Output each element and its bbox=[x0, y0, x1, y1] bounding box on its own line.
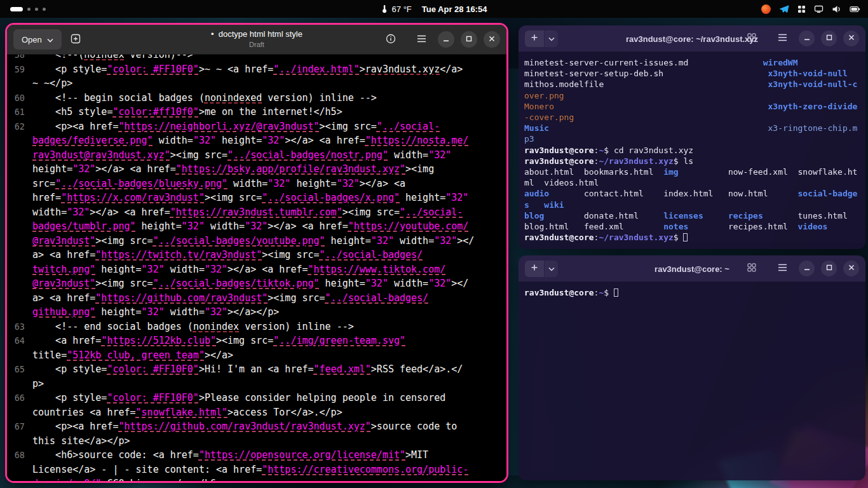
new-tab-button[interactable] bbox=[65, 29, 86, 50]
network-icon[interactable] bbox=[814, 5, 824, 13]
terminal-line: ml videos.html bbox=[524, 177, 860, 188]
tiles-button[interactable] bbox=[742, 259, 762, 279]
terminal-top-output[interactable]: minetest-server-current-issues.md wiredW… bbox=[519, 52, 865, 249]
code-line: title="512kb club, green team"></a> bbox=[7, 348, 506, 363]
system-tray bbox=[761, 0, 860, 18]
terminal-top-title: rav3ndust@core: ~/rav3ndust.xyz bbox=[626, 34, 758, 43]
terminal-line: -cover.png bbox=[524, 112, 860, 123]
clock-label: Tue Apr 28 16:54 bbox=[422, 4, 487, 14]
terminal-bottom-title: rav3ndust@core: ~ bbox=[654, 264, 729, 273]
new-tab-icon bbox=[71, 34, 81, 46]
terminal-line: Monero x3nyth-zero-divide bbox=[524, 101, 860, 112]
battery-icon[interactable] bbox=[850, 6, 860, 13]
code-line: @rav3ndust"><img src="../social-badges/t… bbox=[7, 276, 506, 291]
new-terminal-tab-button[interactable] bbox=[525, 30, 544, 47]
terminal-bottom-output[interactable]: rav3ndust@core:~$ bbox=[519, 282, 865, 480]
terminal-bottom-headerbar[interactable]: rav3ndust@core: ~ bbox=[519, 255, 865, 282]
code-line: github.png" height="32" width="32"></a><… bbox=[7, 305, 506, 320]
maximize-icon bbox=[825, 34, 833, 43]
code-line: 62 <p><a href="https://neighborli.xyz/@r… bbox=[7, 119, 506, 134]
open-button[interactable]: Open bbox=[13, 29, 62, 50]
tiles-icon bbox=[747, 263, 756, 274]
new-terminal-tab-button[interactable] bbox=[525, 261, 544, 277]
hamburger-menu-icon bbox=[417, 35, 426, 44]
document-title: doctype html html style bbox=[219, 29, 302, 40]
code-line: a> <a href="https://github.com/rav3ndust… bbox=[7, 291, 506, 306]
workspace-dot-icon bbox=[35, 8, 38, 11]
workspace-pill-icon bbox=[10, 7, 23, 11]
maximize-icon bbox=[825, 264, 833, 273]
terminal-cursor bbox=[683, 233, 688, 241]
code-line: width="32"></a> <a href="https://rav3ndu… bbox=[7, 205, 506, 220]
close-icon bbox=[848, 264, 855, 273]
terminal-window-bottom: rav3ndust@core: ~ bbox=[519, 255, 865, 480]
chevron-down-icon bbox=[548, 264, 555, 273]
code-line: License</a> - | - site content: <a href=… bbox=[7, 463, 506, 477]
code-line: 60 <!-- begin social badges (nonindexed … bbox=[7, 91, 506, 105]
code-line: 61 <h5 style="color:#ff10f0">me on the i… bbox=[7, 105, 506, 119]
clock-menu[interactable]: 67 °F Tue Apr 28 16:54 bbox=[381, 0, 487, 18]
maximize-button[interactable] bbox=[821, 261, 837, 276]
code-line: 68 <h6>source code: <a href="https://ope… bbox=[7, 448, 506, 463]
close-button[interactable] bbox=[843, 261, 859, 276]
code-line: 67 <p><a href="https://github.com/rav3nd… bbox=[7, 419, 506, 434]
terminal-line: mithos.modelfile x3nyth-void-null-c bbox=[524, 79, 860, 90]
terminal-menu-button[interactable] bbox=[772, 29, 792, 49]
maximize-button[interactable] bbox=[461, 31, 477, 48]
minimize-icon bbox=[803, 264, 811, 273]
app-grid-icon[interactable] bbox=[797, 5, 806, 13]
terminal-line: audio contact.html index.html now.html s… bbox=[524, 188, 860, 199]
code-line: 64 <a href="https://512kb.club"><img src… bbox=[7, 334, 506, 348]
terminal-line: about.html bookmarks.html img now-feed.x… bbox=[524, 166, 860, 177]
terminal-tab-chevron-button[interactable] bbox=[545, 30, 558, 47]
editor-text-area[interactable]: 58 <!--(noindex version)-->59 <p style="… bbox=[7, 55, 506, 481]
text-editor-headerbar[interactable]: Open • doctype html html style Draft bbox=[7, 25, 506, 55]
terminal-line: p3 bbox=[524, 133, 860, 144]
terminal-window-top: rav3ndust@core: ~/rav3ndust.xyz bbox=[519, 25, 865, 249]
chevron-down-icon bbox=[548, 34, 555, 43]
workspace-indicator[interactable] bbox=[10, 0, 46, 18]
minimize-button[interactable] bbox=[799, 30, 815, 46]
terminal-line: rav3ndust@core:~$ bbox=[524, 287, 860, 298]
terminal-line: over.png bbox=[524, 90, 860, 101]
terminal-line: rav3ndust@core:~$ cd rav3ndust.xyz bbox=[524, 145, 860, 156]
close-button[interactable] bbox=[484, 31, 500, 48]
terminal-line: rav3ndust@core:~/rav3ndust.xyz$ bbox=[524, 232, 860, 243]
terminal-line: minetest-server-setup-deb.sh x3nyth-void… bbox=[524, 68, 860, 79]
minimize-button[interactable] bbox=[438, 31, 454, 48]
close-icon bbox=[488, 35, 496, 44]
terminal-tab-chevron-button[interactable] bbox=[545, 261, 558, 277]
main-menu-button[interactable] bbox=[411, 29, 431, 50]
chevron-down-icon bbox=[47, 35, 53, 44]
document-info-button[interactable] bbox=[381, 29, 401, 50]
terminal-menu-button[interactable] bbox=[772, 259, 792, 279]
code-line: 66 <p style="color: #FF10F0">Please cons… bbox=[7, 391, 506, 405]
maximize-button[interactable] bbox=[821, 30, 837, 46]
telegram-icon[interactable] bbox=[779, 4, 789, 14]
volume-icon[interactable] bbox=[832, 5, 841, 13]
terminal-cursor bbox=[614, 288, 618, 297]
close-icon bbox=[848, 34, 855, 43]
code-line: height="32"></a> <a href="https://bsky.a… bbox=[7, 162, 506, 177]
minimize-icon bbox=[803, 34, 811, 43]
code-line: ~ ~</p> bbox=[7, 76, 506, 91]
weather-widget: 67 °F bbox=[381, 4, 412, 14]
editor-code-lines: 58 <!--(noindex version)-->59 <p style="… bbox=[7, 55, 506, 481]
terminal-top-headerbar[interactable]: rav3ndust@core: ~/rav3ndust.xyz bbox=[519, 25, 865, 52]
top-bar: 67 °F Tue Apr 28 16:54 bbox=[0, 0, 868, 18]
recorder-icon[interactable] bbox=[761, 4, 771, 14]
code-line: 63 <!-- end social badges (nonindex vers… bbox=[7, 320, 506, 334]
text-editor-window: Open • doctype html html style Draft bbox=[5, 23, 508, 483]
minimize-button[interactable] bbox=[799, 261, 815, 276]
terminal-line: minetest-server-current-issues.md wiredW… bbox=[524, 57, 860, 68]
code-line: p> bbox=[7, 377, 506, 391]
terminal-line: Music x3-ringtone-chip.m bbox=[524, 123, 860, 133]
plus-icon bbox=[531, 34, 538, 43]
code-line: href="https://x.com/rav3ndust"><img src=… bbox=[7, 191, 506, 205]
document-subtitle: Draft bbox=[211, 40, 302, 49]
plus-icon bbox=[531, 264, 538, 273]
code-line: domain/cc0/">CC0 License</a></h6> bbox=[7, 477, 506, 481]
temperature-label: 67 °F bbox=[392, 4, 412, 14]
close-button[interactable] bbox=[843, 30, 859, 46]
code-line: 59 <p style="color: #FF10F0">~ ~ <a href… bbox=[7, 62, 506, 77]
